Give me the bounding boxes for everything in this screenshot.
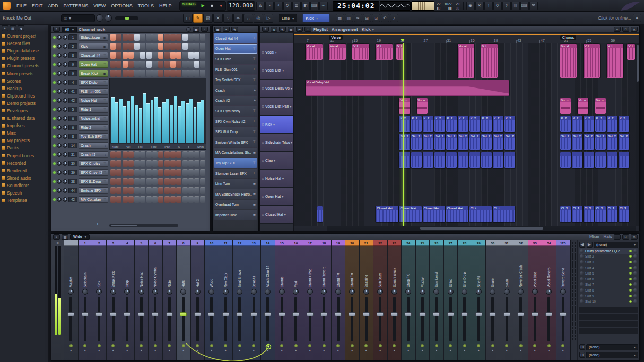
step-cell[interactable] <box>182 169 188 176</box>
fader-thumb[interactable] <box>349 312 355 316</box>
chevron-down-icon[interactable]: ▾ <box>291 86 292 90</box>
pan-knob[interactable] <box>57 107 62 112</box>
route-arrow-icon[interactable]: ▲ <box>126 349 129 352</box>
route-arrow-icon[interactable]: ▲ <box>308 349 311 352</box>
mixer-strip[interactable]: 34Vocal Reverb▲ <box>542 240 556 360</box>
playlist-clip[interactable]: Sid..2 <box>399 134 410 150</box>
menu-icon[interactable]: ≡ <box>56 241 58 245</box>
channel-button[interactable]: Crash #2+ <box>79 151 108 158</box>
playlist-clip[interactable]: K..2 <box>458 116 469 132</box>
step-cell[interactable] <box>164 61 170 68</box>
mixer-strip[interactable]: 18Chord Reverb▲ <box>317 240 332 360</box>
pan-knob[interactable] <box>124 289 130 295</box>
route-arrow-icon[interactable]: ▲ <box>533 349 536 352</box>
fader-thumb[interactable] <box>279 312 285 316</box>
route-arrow-icon[interactable]: ▲ <box>83 349 86 352</box>
pan-knob[interactable] <box>349 289 355 295</box>
fader-thumb[interactable] <box>320 312 327 316</box>
step-cell[interactable] <box>176 196 181 203</box>
volume-knob[interactable] <box>63 188 67 193</box>
pan-knob[interactable] <box>57 188 62 193</box>
fader-thumb[interactable] <box>461 312 468 316</box>
step-cell[interactable] <box>170 52 176 59</box>
picker-item[interactable]: Importer Ride≣ <box>214 210 257 220</box>
graph-label[interactable]: Vel <box>126 145 130 148</box>
mixer-strip[interactable]: 5Noise Hat▲ <box>135 240 149 360</box>
browser-item[interactable]: Envelopes <box>0 107 48 114</box>
step-cell[interactable] <box>152 160 158 167</box>
browser-item[interactable]: IL shared data <box>0 114 48 122</box>
mute-led[interactable] <box>421 344 424 347</box>
channel-button[interactable]: Toy S..h SFX⊤ <box>79 133 108 140</box>
plug-icon[interactable]: ⊙ <box>579 352 585 358</box>
step-cell[interactable] <box>134 70 140 77</box>
fader-thumb[interactable] <box>194 312 201 316</box>
step-cell[interactable] <box>152 43 158 50</box>
channel-button[interactable]: Crash+ <box>79 142 108 149</box>
route-arrow-icon[interactable]: ▲ <box>168 349 171 352</box>
mute-led[interactable] <box>547 344 551 347</box>
volume-fader[interactable] <box>69 297 72 341</box>
picker-item[interactable]: Stomper Lazer SFX⊤ <box>214 169 257 179</box>
velocity-bar[interactable] <box>119 99 123 143</box>
route-arrow-icon[interactable]: ▲ <box>463 349 466 352</box>
slot-knob[interactable] <box>633 266 637 270</box>
paint-icon[interactable]: ▨ <box>288 27 294 32</box>
pan-knob[interactable] <box>57 89 62 94</box>
mixer-strip[interactable]: 14Attack Clap 14▲ <box>261 240 275 360</box>
mixer-strip[interactable]: 19Chord FX▲ <box>332 240 346 360</box>
pan-knob[interactable] <box>433 289 439 295</box>
channel-enable-led[interactable] <box>53 90 56 93</box>
slot-mix-knob[interactable] <box>580 282 584 286</box>
mixer-strip[interactable]: 15Chords▲ <box>275 240 290 360</box>
rack-scrollbar[interactable] <box>109 224 178 227</box>
route-arrow-icon[interactable]: ▲ <box>154 349 157 352</box>
velocity-bar[interactable] <box>146 103 150 143</box>
browser-item[interactable]: Backup <box>0 85 48 92</box>
route-arrow-icon[interactable]: ▲ <box>561 349 564 352</box>
menu-icon[interactable]: ≡ <box>53 27 60 32</box>
playlist-clip[interactable]: Vocal <box>458 44 475 78</box>
step-cell[interactable] <box>176 70 181 77</box>
pan-knob[interactable] <box>57 62 62 67</box>
channel-button[interactable]: Noise..mbal⊤ <box>79 115 108 122</box>
browser-view-icon[interactable]: ▤ <box>10 25 16 31</box>
step-cell[interactable] <box>170 151 176 158</box>
pan-knob[interactable] <box>57 170 62 175</box>
record-arm-icon[interactable]: ⊙ <box>262 86 264 90</box>
volume-fader[interactable] <box>253 297 255 341</box>
step-cell[interactable] <box>116 43 121 50</box>
playlist-clip[interactable] <box>434 152 446 168</box>
velocity-bar[interactable] <box>115 102 118 143</box>
record-arm-icon[interactable]: ⊙ <box>262 50 264 54</box>
step-cell[interactable] <box>200 52 205 59</box>
step-cell[interactable] <box>152 151 158 158</box>
route-arrow-icon[interactable]: ▲ <box>98 349 101 352</box>
channel-enable-led[interactable] <box>53 117 56 120</box>
menu-icon[interactable]: ≡ <box>262 27 269 32</box>
playlist-clip[interactable]: Cl..t <box>493 206 516 222</box>
volume-fader[interactable] <box>266 297 269 341</box>
playlist-track-header[interactable]: ⊙Vocal Delay Vol▾ <box>260 80 293 98</box>
step-cell[interactable] <box>134 178 140 185</box>
playlist-track-header[interactable]: ⊙Noise Hat▾ <box>260 170 293 188</box>
swing-knob[interactable] <box>186 27 191 32</box>
route-arrow-icon[interactable]: ▲ <box>421 349 424 352</box>
volume-fader[interactable] <box>435 297 438 341</box>
playlist-track-header[interactable]: ⊙Open Hat▾ <box>260 188 293 206</box>
step-cell[interactable] <box>140 34 145 41</box>
step-cell[interactable] <box>123 34 128 41</box>
playlist-clip[interactable]: Cl..3 <box>619 206 630 222</box>
step-cell[interactable] <box>194 70 199 77</box>
step-cell[interactable] <box>140 178 145 185</box>
route-arrow-icon[interactable]: ▲ <box>210 349 213 352</box>
fx-slot[interactable]: Slot 2 <box>579 254 638 260</box>
route-arrow-icon[interactable]: ▲ <box>224 349 227 352</box>
route-arrow-icon[interactable]: ▲ <box>252 349 255 352</box>
step-cell[interactable] <box>123 70 128 77</box>
channel-enable-led[interactable] <box>53 198 56 201</box>
velocity-bar[interactable] <box>123 106 126 143</box>
volume-fader[interactable] <box>491 297 494 341</box>
step-cell[interactable] <box>200 160 205 167</box>
slot-knob[interactable] <box>633 288 637 292</box>
